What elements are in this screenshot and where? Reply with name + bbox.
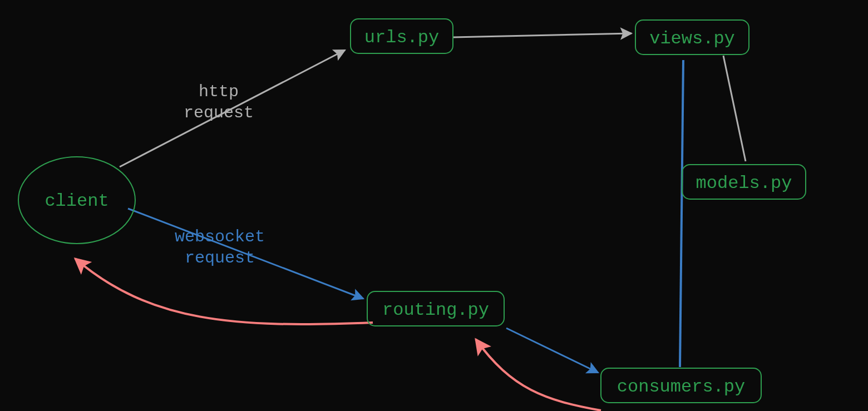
label-websocket-line2: request: [185, 249, 255, 268]
edge-routing-consumers: [506, 328, 598, 373]
edge-routing-client: [75, 259, 373, 324]
diagram-canvas: client urls.py views.py models.py routin…: [0, 0, 868, 411]
node-routing-label: routing.py: [382, 300, 489, 320]
node-views: views.py: [635, 20, 749, 55]
edge-views-consumers: [680, 60, 683, 367]
node-views-label: views.py: [649, 28, 735, 49]
edge-consumers-routing: [476, 339, 601, 410]
node-urls-label: urls.py: [364, 27, 439, 48]
node-models-label: models.py: [696, 173, 792, 194]
node-consumers-label: consumers.py: [617, 377, 745, 397]
node-models: models.py: [682, 165, 806, 199]
label-websocket-request: websocket request: [175, 227, 265, 268]
node-routing: routing.py: [367, 291, 504, 326]
label-http-line2: request: [184, 103, 254, 122]
node-client: client: [18, 157, 135, 244]
node-urls: urls.py: [351, 19, 453, 53]
edge-urls-views: [453, 33, 632, 37]
edge-views-models: [723, 56, 746, 161]
node-client-label: client: [45, 191, 108, 211]
node-consumers: consumers.py: [601, 368, 761, 403]
label-websocket-line1: websocket: [175, 227, 265, 246]
label-http-line1: http: [199, 82, 239, 101]
